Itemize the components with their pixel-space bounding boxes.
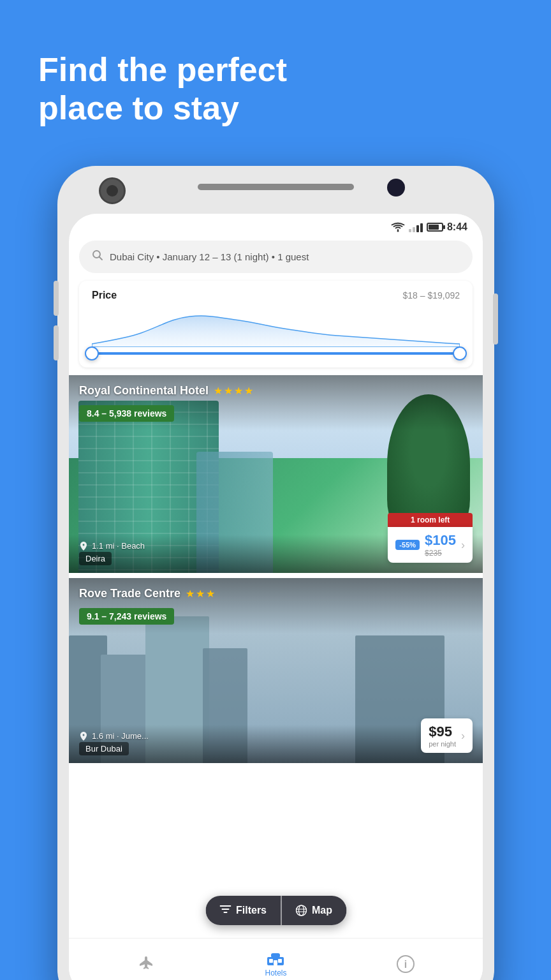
hero-title: Find the perfect place to stay: [38, 51, 357, 128]
hotel-image-1: Royal Continental Hotel ★★★★ 8.4 – 5,938…: [69, 375, 483, 573]
chevron-right-icon-2: ›: [461, 729, 465, 743]
hotels-nav-label: Hotels: [265, 969, 286, 977]
nav-item-info[interactable]: i: [396, 954, 415, 974]
hotels-icon: [266, 951, 285, 966]
status-icons: 8:44: [391, 221, 467, 233]
hotel-name-1: Royal Continental Hotel: [79, 384, 209, 397]
phone-camera: [99, 177, 126, 204]
svg-rect-9: [278, 959, 282, 963]
status-bar: 8:44: [69, 214, 483, 238]
price-filter-header: Price $18 – $19,092: [92, 290, 460, 301]
phone-screen: 8:44 Dubai City • January 12 – 13 (1 nig…: [69, 214, 483, 980]
price-filter: Price $18 – $19,092: [79, 281, 473, 368]
volume-up-button: [54, 281, 59, 316]
hotel-discount-1: -55%: [395, 540, 420, 550]
hotel-original-price-1: $235: [425, 549, 456, 558]
power-button: [493, 293, 498, 345]
hotel-price-box-2[interactable]: $95 per night ›: [421, 718, 473, 753]
hotel-distance-2: 1.6 mi · Jume...: [92, 731, 149, 741]
price-slider[interactable]: [92, 352, 460, 355]
hotel-image-2: Rove Trade Centre ★★★ 9.1 – 7,243 review…: [69, 578, 483, 763]
hotel-name-2: Rove Trade Centre: [79, 587, 180, 600]
slider-thumb-left[interactable]: [85, 346, 99, 360]
rooms-left-banner: 1 room left: [388, 513, 473, 527]
phone-sensor: [387, 179, 405, 197]
signal-icon: [409, 222, 423, 232]
hotel-price-1: $105: [425, 532, 456, 548]
slider-thumb-right[interactable]: [453, 346, 467, 360]
action-bar: Filters Map: [205, 896, 346, 925]
price-range: $18 – $19,092: [402, 290, 460, 301]
phone-frame: 8:44 Dubai City • January 12 – 13 (1 nig…: [57, 166, 494, 980]
phone-speaker: [198, 184, 354, 190]
status-time: 8:44: [447, 221, 467, 233]
hotel-rating-2: 9.1 – 7,243 reviews: [79, 608, 174, 625]
map-button[interactable]: Map: [281, 896, 346, 925]
svg-line-2: [99, 257, 103, 260]
hotel-rating-1: 8.4 – 5,938 reviews: [79, 405, 174, 422]
hotel-card-2[interactable]: Rove Trade Centre ★★★ 9.1 – 7,243 review…: [69, 578, 483, 763]
svg-rect-10: [274, 960, 277, 965]
hotel-distance-1: 1.1 mi · Beach: [92, 541, 145, 551]
info-icon: i: [396, 954, 415, 974]
hotel-stars-2: ★★★: [186, 588, 215, 600]
svg-rect-11: [271, 953, 280, 958]
price-chart: [92, 309, 460, 347]
hotel-price-box-1[interactable]: 1 room left -55% $105 $235 ›: [388, 513, 473, 563]
filters-button[interactable]: Filters: [205, 896, 281, 925]
price-label: Price: [92, 290, 117, 301]
hotel-location-2: 1.6 mi · Jume...: [79, 731, 473, 741]
flights-icon: [136, 954, 156, 974]
svg-point-4: [298, 905, 304, 916]
svg-rect-8: [269, 959, 273, 963]
hotel-price-2: $95: [429, 724, 452, 739]
hotel-stars-1: ★★★★: [214, 385, 253, 397]
search-bar[interactable]: Dubai City • January 12 – 13 (1 night) •…: [79, 241, 473, 273]
wifi-icon: [391, 222, 405, 232]
hotel-card[interactable]: Royal Continental Hotel ★★★★ 8.4 – 5,938…: [69, 375, 483, 573]
price-per-night-label: per night: [429, 740, 456, 748]
svg-point-3: [296, 905, 306, 916]
hotels-list: Royal Continental Hotel ★★★★ 8.4 – 5,938…: [69, 375, 483, 980]
hotel-neighborhood-1: Deira: [79, 552, 112, 565]
search-icon: [92, 249, 103, 264]
svg-text:i: i: [404, 959, 407, 970]
nav-item-flights[interactable]: [136, 954, 156, 974]
screen-content: 8:44 Dubai City • January 12 – 13 (1 nig…: [69, 214, 483, 980]
bottom-nav: Hotels i: [69, 938, 483, 980]
battery-icon: [427, 223, 443, 232]
volume-down-button: [54, 325, 59, 360]
nav-item-hotels[interactable]: Hotels: [265, 951, 286, 977]
chevron-right-icon-1: ›: [461, 538, 465, 552]
hotel-neighborhood-2: Bur Dubai: [79, 742, 129, 755]
search-query: Dubai City • January 12 – 13 (1 night) •…: [110, 251, 309, 262]
svg-point-0: [397, 230, 399, 232]
